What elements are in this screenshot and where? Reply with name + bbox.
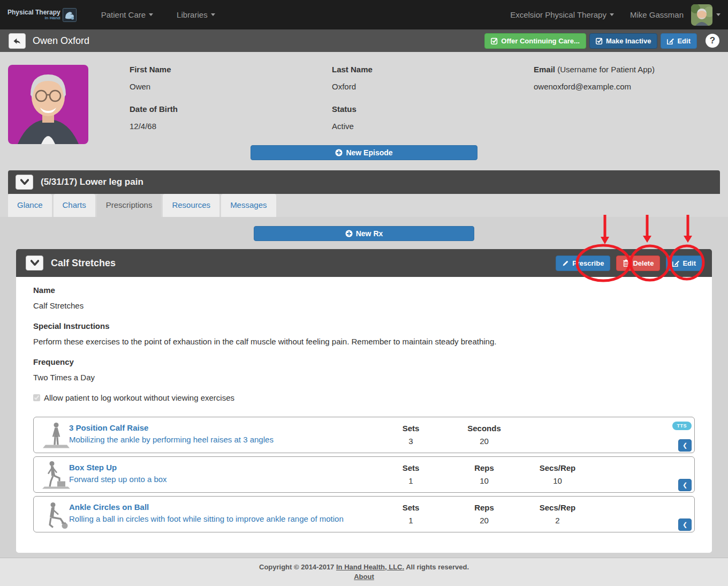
dob-value: 12/4/68 bbox=[130, 122, 156, 131]
tab-prescriptions[interactable]: Prescriptions bbox=[97, 194, 162, 217]
exercise-parameter: Sets1 bbox=[374, 503, 448, 525]
company-link[interactable]: In Hand Health, LLC. bbox=[336, 563, 404, 571]
logo-subtitle: In Hand bbox=[7, 16, 60, 20]
allow-log-label: Allow patient to log workout without vie… bbox=[44, 393, 234, 402]
patient-info-section: First Name Owen Last Name Oxford Email (… bbox=[0, 52, 728, 170]
exercise-parameters: Sets1Reps10Secs/Rep10 bbox=[374, 463, 594, 485]
exercise-thumbnail[interactable] bbox=[40, 420, 72, 450]
chevron-down-icon[interactable] bbox=[716, 13, 721, 16]
chevron-down-icon bbox=[610, 13, 614, 16]
app-logo[interactable]: Physical Therapy In Hand bbox=[7, 8, 77, 22]
exercise-row: Box Step UpForward step up onto a boxSet… bbox=[33, 456, 695, 493]
edit-rx-button[interactable]: Edit bbox=[666, 256, 702, 271]
prescriptions-tab-content: New Rx Calf Stretches Prescribe bbox=[0, 217, 728, 558]
chevron-down-icon bbox=[31, 260, 39, 266]
logo-title: Physical Therapy bbox=[7, 9, 60, 16]
edit-icon bbox=[667, 37, 674, 44]
episode-header-bar: (5/31/17) Lower leg pain bbox=[8, 170, 720, 194]
logo-hand-icon bbox=[63, 8, 77, 22]
status-value: Active bbox=[332, 122, 354, 131]
exercise-description-link[interactable]: Forward step up onto a box bbox=[69, 475, 167, 484]
clinic-menu[interactable]: Excelsior Physical Therapy bbox=[510, 10, 614, 19]
allow-log-checkbox[interactable] bbox=[33, 394, 40, 401]
parameter-value: 10 bbox=[448, 476, 521, 485]
new-episode-button[interactable]: New Episode bbox=[251, 145, 477, 160]
exercise-list: 3 Position Calf RaiseMobilizing the ankl… bbox=[33, 417, 695, 532]
help-button[interactable]: ? bbox=[706, 34, 719, 48]
last-name-value: Oxford bbox=[332, 82, 356, 91]
delete-button[interactable]: Delete bbox=[616, 256, 660, 271]
chevron-down-icon bbox=[149, 13, 153, 16]
offer-continuing-care-button[interactable]: Offer Continuing Care... bbox=[484, 33, 586, 49]
prescription-panel-header: Calf Stretches Prescribe bbox=[16, 249, 712, 277]
prescription-collapse-button[interactable] bbox=[26, 256, 43, 271]
edit-patient-button[interactable]: Edit bbox=[661, 33, 697, 49]
plus-circle-icon bbox=[335, 149, 343, 156]
exercise-collapse-button[interactable]: ❮ bbox=[678, 519, 692, 531]
exercise-title-link[interactable]: Box Step Up bbox=[69, 463, 117, 472]
exercise-title-link[interactable]: 3 Position Calf Raise bbox=[69, 423, 148, 432]
pencil-icon bbox=[562, 260, 569, 267]
exercise-thumbnail[interactable] bbox=[40, 499, 72, 530]
prescription-panel: Calf Stretches Prescribe bbox=[16, 249, 712, 553]
parameter-value: 10 bbox=[521, 476, 594, 485]
parameter-label: Sets bbox=[374, 463, 448, 472]
exercise-description-link[interactable]: Mobilizing the ankle by performing heel … bbox=[69, 435, 274, 444]
user-avatar[interactable] bbox=[691, 4, 712, 26]
tab-resources[interactable]: Resources bbox=[163, 194, 219, 217]
email-note: (Username for Patient App) bbox=[557, 65, 655, 74]
episode-collapse-button[interactable] bbox=[16, 175, 33, 190]
parameter-label: Secs/Rep bbox=[521, 463, 594, 472]
chevron-down-icon bbox=[211, 13, 215, 16]
make-inactive-button[interactable]: Make Inactive bbox=[589, 33, 658, 49]
check-square-icon bbox=[491, 37, 498, 44]
exercise-parameters: Sets3Seconds20 bbox=[374, 424, 521, 446]
exercise-parameter: Sets3 bbox=[374, 424, 448, 446]
frequency-value: Two Times a Day bbox=[33, 373, 695, 382]
tab-messages[interactable]: Messages bbox=[221, 194, 276, 217]
edit-icon bbox=[672, 260, 679, 267]
parameter-value: 1 bbox=[374, 476, 448, 485]
dob-label: Date of Birth bbox=[130, 104, 178, 114]
parameter-label: Reps bbox=[448, 503, 521, 512]
episode-tabs: GlanceChartsPrescriptionsResourcesMessag… bbox=[8, 194, 720, 217]
frequency-label: Frequency bbox=[33, 357, 695, 366]
tab-glance[interactable]: Glance bbox=[8, 194, 52, 217]
parameter-label: Sets bbox=[374, 503, 448, 512]
parameter-value: 2 bbox=[521, 516, 594, 525]
back-arrow-icon bbox=[12, 36, 22, 45]
prescription-title: Calf Stretches bbox=[51, 258, 116, 269]
new-rx-button[interactable]: New Rx bbox=[254, 226, 474, 241]
exercise-collapse-button[interactable]: ❮ bbox=[678, 439, 692, 452]
parameter-value: 20 bbox=[448, 437, 521, 446]
exercise-parameter: Reps10 bbox=[448, 463, 521, 485]
email-label: Email (Username for Patient App) bbox=[534, 65, 655, 74]
status-label: Status bbox=[332, 104, 357, 114]
name-value: Calf Stretches bbox=[33, 301, 695, 310]
menu-patient-care[interactable]: Patient Care bbox=[101, 10, 153, 19]
episode-title: (5/31/17) Lower leg pain bbox=[41, 177, 143, 187]
exercise-title-link[interactable]: Ankle Circles on Ball bbox=[69, 502, 149, 512]
patient-name-title: Owen Oxford bbox=[33, 35, 89, 47]
special-instructions-label: Special Instructions bbox=[33, 321, 695, 330]
first-name-value: Owen bbox=[130, 82, 150, 91]
question-mark-icon: ? bbox=[710, 35, 715, 46]
copyright-line: Copyright © 2014-2017 In Hand Health, LL… bbox=[0, 563, 728, 572]
exercise-parameter: Seconds20 bbox=[448, 424, 521, 446]
prescription-panel-body: Name Calf Stretches Special Instructions… bbox=[16, 277, 712, 553]
trash-icon bbox=[623, 259, 630, 267]
parameter-label: Secs/Rep bbox=[521, 503, 594, 512]
tab-charts[interactable]: Charts bbox=[54, 194, 95, 217]
menu-libraries[interactable]: Libraries bbox=[177, 10, 215, 19]
patient-header-bar: Owen Oxford Offer Continuing Care... Mak… bbox=[0, 29, 728, 52]
exercise-collapse-button[interactable]: ❮ bbox=[678, 479, 692, 491]
exercise-parameter: Reps20 bbox=[448, 503, 521, 525]
exercise-thumbnail[interactable] bbox=[40, 460, 72, 490]
exercise-parameter: Secs/Rep10 bbox=[521, 463, 594, 485]
exercise-description-link[interactable]: Rolling a ball in circles with foot whil… bbox=[69, 514, 344, 523]
parameter-label: Seconds bbox=[448, 424, 521, 433]
prescribe-button[interactable]: Prescribe bbox=[556, 256, 610, 271]
back-button[interactable] bbox=[9, 33, 26, 49]
about-link[interactable]: About bbox=[354, 573, 374, 581]
exercise-parameter: Secs/Rep2 bbox=[521, 503, 594, 525]
